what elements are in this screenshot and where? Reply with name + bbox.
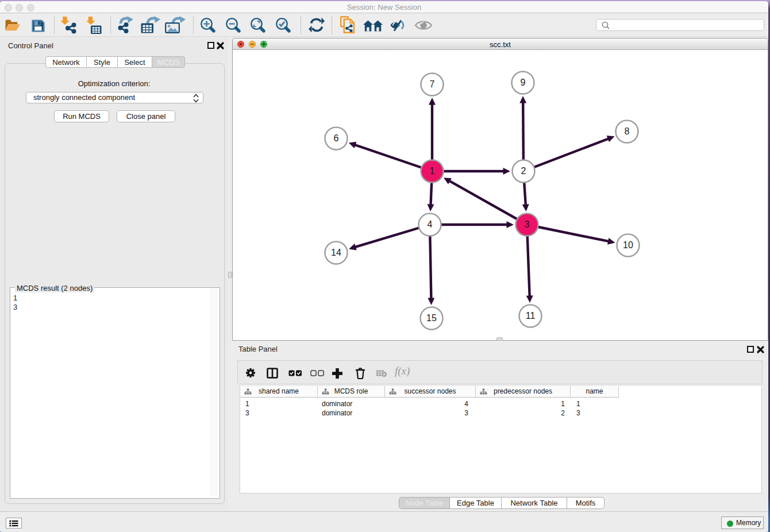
svg-text:9: 9	[521, 78, 526, 87]
svg-text:14: 14	[331, 248, 341, 257]
svg-text:4: 4	[428, 219, 433, 229]
svg-text:7: 7	[430, 79, 435, 89]
svg-text:8: 8	[625, 126, 630, 136]
svg-text:15: 15	[426, 313, 437, 323]
svg-text:11: 11	[526, 311, 536, 321]
svg-text:3: 3	[525, 219, 530, 229]
svg-text:2: 2	[521, 166, 526, 176]
svg-text:1: 1	[430, 166, 435, 176]
svg-text:6: 6	[334, 133, 339, 143]
svg-text:10: 10	[623, 240, 633, 250]
